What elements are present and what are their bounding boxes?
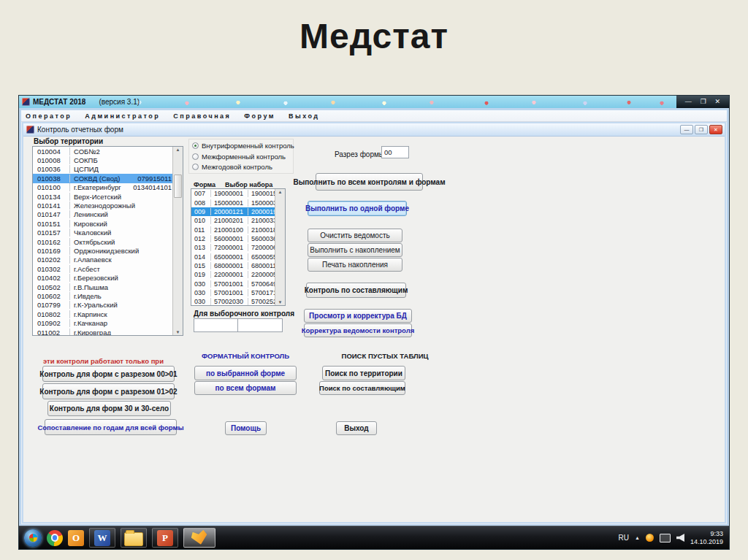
window-titlebar[interactable]: МЕДСТАТ 2018 (версия 3.1) xyxy=(19,96,729,108)
minimize-icon[interactable] xyxy=(685,99,692,105)
menu-reference[interactable]: Справочная xyxy=(173,112,231,120)
run-all-button[interactable]: Выполнить по всем контролям и формам xyxy=(316,173,423,191)
territory-row[interactable]: 010100г.Екатеринбург0134014101 xyxy=(33,183,183,192)
menu-bar: Оператор Администратор Справочная Форум … xyxy=(21,110,727,122)
territory-row[interactable]: 010157Чкаловский xyxy=(33,229,183,237)
form-content: Выбор территории 010004СОБ№2010008СОКПБ0… xyxy=(23,136,725,522)
view-edit-db-button[interactable]: Просмотр и корректура БД xyxy=(304,309,412,323)
scroll-up-icon[interactable]: ▲ xyxy=(275,190,285,194)
territory-row[interactable]: 010004СОБ№2 xyxy=(33,147,183,156)
edit-control-sheet-button[interactable]: Корректура ведомости контроля xyxy=(304,323,412,337)
form-list[interactable]: 0071900000119000156008150000011500003700… xyxy=(191,188,286,306)
territory-row[interactable]: 010151Кировский xyxy=(33,219,183,228)
form-row[interactable]: 0156800000168000112 xyxy=(191,261,285,270)
form-scrollbar[interactable]: ▲ ▼ xyxy=(275,189,285,305)
territory-row[interactable]: 010902г.Качканар xyxy=(33,318,183,327)
territory-row[interactable]: 010602г.Ивдель xyxy=(33,291,183,300)
territory-row[interactable]: 010038СОКВД (Свод)079915011 xyxy=(33,174,183,183)
start-orb-icon[interactable] xyxy=(24,529,42,547)
form-row[interactable]: 0305700203057002524 xyxy=(191,297,285,306)
territory-row[interactable]: 010169Орджоникидзевский xyxy=(33,246,183,255)
menu-operator[interactable]: Оператор xyxy=(26,112,72,120)
inner-close-icon[interactable]: ✕ xyxy=(709,125,722,134)
explorer-taskbar-button[interactable] xyxy=(121,528,147,548)
territory-row[interactable]: 010302г.Асбест xyxy=(33,264,183,273)
tray-flame-icon[interactable] xyxy=(646,534,654,542)
exit-button[interactable]: Выход xyxy=(336,421,377,435)
territory-scrollbar[interactable]: ▲ ▼ xyxy=(172,147,183,335)
territory-row[interactable]: 010162Октябрьский xyxy=(33,237,183,246)
format-selected-button[interactable]: по выбранной форме xyxy=(194,366,297,380)
empty-tables-label: ПОИСК ПУСТЫХ ТАБЛИЦ xyxy=(330,352,440,360)
compare-years-button[interactable]: Сопоставление по годам для всей формы xyxy=(45,419,177,435)
clock[interactable]: 9:33 14.10.2019 xyxy=(690,530,725,546)
control-01-02-button[interactable]: Контроль для форм с разрезом 01>02 xyxy=(42,383,175,399)
presentation-slide: Медстат МЕДСТАТ 2018 (версия 3.1) Операт… xyxy=(0,0,748,560)
control-00-01-button[interactable]: Контроль для форм с разрезом 00>01 xyxy=(42,366,175,382)
help-button[interactable]: Помощь xyxy=(225,421,267,435)
run-one-form-button[interactable]: Выполнить по одной форме xyxy=(308,201,407,216)
territory-row[interactable]: 010141Железнодорожный xyxy=(33,201,183,210)
maximize-icon[interactable] xyxy=(701,99,706,105)
search-components-button[interactable]: Поиск по составляющим xyxy=(319,381,405,395)
set-column-header: Выбор набора xyxy=(225,181,272,188)
form-row[interactable]: 0192200000122000055 xyxy=(191,270,285,279)
razrez-input[interactable] xyxy=(381,146,409,158)
territory-row[interactable]: 010802г.Карпинск xyxy=(33,310,183,318)
inner-titlebar[interactable]: Контроль отчетных форм xyxy=(23,123,725,137)
control-type-radio[interactable]: Межгодовой контроль xyxy=(192,163,290,171)
language-indicator[interactable]: RU xyxy=(619,534,629,542)
search-territory-button[interactable]: Поиск по территории xyxy=(322,366,405,380)
control-30-button[interactable]: Контроль для форм 30 и 30-село xyxy=(47,401,171,416)
selective-input-1[interactable] xyxy=(194,318,238,332)
format-all-button[interactable]: по всем формам xyxy=(194,381,297,395)
territory-row[interactable]: 010134Верх-Исетский xyxy=(33,192,183,201)
territory-row[interactable]: 010502г.В.Пышма xyxy=(33,283,183,291)
close-icon[interactable] xyxy=(715,99,721,105)
inner-minimize-icon[interactable]: — xyxy=(680,125,693,134)
chrome-icon[interactable] xyxy=(47,530,63,546)
scroll-down-icon[interactable]: ▼ xyxy=(173,330,183,334)
windows-flag-icon xyxy=(29,534,37,542)
scroll-up-icon[interactable]: ▲ xyxy=(173,147,183,152)
form-row[interactable]: 0102100020121000339 xyxy=(191,216,285,225)
taskbar: O W P RU ▲ 9:33 14.10.2019 xyxy=(19,526,729,549)
territory-row[interactable]: 010147Ленинский xyxy=(33,210,183,219)
territory-row[interactable]: 010202г.Алапаевск xyxy=(33,256,183,264)
control-type-radio[interactable]: Внутриформенный контроль xyxy=(192,142,290,150)
foxpro-taskbar-button[interactable] xyxy=(183,528,215,548)
inner-restore-icon[interactable]: ❐ xyxy=(695,125,708,134)
speaker-icon[interactable] xyxy=(676,534,684,542)
control-type-radio[interactable]: Межформенный контроль xyxy=(192,153,290,161)
tray-expand-icon[interactable]: ▲ xyxy=(635,535,640,540)
form-row[interactable]: 0112100010021000180 xyxy=(191,225,285,234)
form-row[interactable]: 0081500000115000037 xyxy=(191,198,285,207)
territory-list[interactable]: 010004СОБ№2010008СОКПБ010036ЦСПИД010038С… xyxy=(32,146,183,336)
territory-row[interactable]: 010402г.Березовский xyxy=(33,273,183,282)
print-accumulation-button[interactable]: Печать накопления xyxy=(308,258,402,272)
territory-row[interactable]: 010036ЦСПИД xyxy=(33,165,183,174)
scroll-down-icon[interactable]: ▼ xyxy=(275,300,285,304)
word-taskbar-button[interactable]: W xyxy=(89,528,115,548)
outlook-icon[interactable]: O xyxy=(68,530,84,546)
menu-forum[interactable]: Форум xyxy=(244,112,275,120)
form-row[interactable]: 0305700100157006493 xyxy=(191,279,285,288)
form-row[interactable]: 0125600000156000369 xyxy=(191,234,285,243)
territory-row[interactable]: 010799г.К-Уральский xyxy=(33,301,183,310)
run-accumulate-button[interactable]: Выполнить с накоплением xyxy=(308,243,402,257)
form-row[interactable]: 0092000012120000198 xyxy=(191,207,285,216)
form-row[interactable]: 0137200000172000064 xyxy=(191,243,285,252)
clear-sheet-button[interactable]: Очистить ведомость xyxy=(308,229,402,242)
territory-row[interactable]: 010008СОКПБ xyxy=(33,156,183,164)
menu-administrator[interactable]: Администратор xyxy=(85,112,160,120)
territory-row[interactable]: 011002г.Кировград xyxy=(33,328,183,336)
territory-scroll-thumb[interactable] xyxy=(174,174,182,198)
menu-exit[interactable]: Выход xyxy=(289,112,320,120)
form-row[interactable]: 0071900000119000156 xyxy=(191,189,285,198)
form-row[interactable]: 0305700100157001715 xyxy=(191,288,285,297)
control-components-button[interactable]: Контроль по составляющим xyxy=(306,283,406,298)
network-icon[interactable] xyxy=(660,534,671,542)
powerpoint-taskbar-button[interactable]: P xyxy=(152,528,178,548)
selective-input-2[interactable] xyxy=(237,318,283,332)
form-row[interactable]: 0146500000165000551 xyxy=(191,252,285,261)
